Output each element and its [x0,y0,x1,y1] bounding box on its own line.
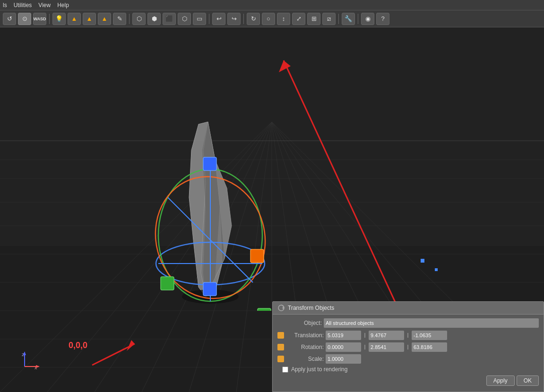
svg-rect-42 [203,157,216,170]
rotation-row: Rotation: [277,342,539,352]
sep5 [338,14,339,24]
select1-btn[interactable]: ⬡ [132,13,146,25]
triangle2-btn[interactable]: ▲ [83,13,96,25]
scale-label: Scale: [286,356,324,362]
rotation-x-input[interactable] [326,342,361,352]
origin-label: 0,0,0 [69,341,87,350]
sep2 [129,14,130,24]
scale-x-input[interactable] [326,354,361,364]
undo-btn[interactable]: ↩ [212,13,225,25]
move-btn[interactable]: ↕ [277,13,290,25]
ref-point-2 [435,268,438,271]
svg-rect-46 [250,249,264,263]
ok-button[interactable]: OK [517,375,539,386]
translation-z-input[interactable] [412,331,447,340]
menu-item-view[interactable]: View [38,2,51,9]
svg-rect-45 [258,308,271,311]
rotation-icon [277,344,284,350]
refresh-btn[interactable]: ↺ [3,13,16,25]
axis-indicator [20,348,43,371]
redo-btn[interactable]: ↪ [227,13,241,25]
viewport[interactable]: z x 0,0,0 Transform Objects Object: [0,27,544,392]
mask-btn[interactable]: ◉ [361,13,374,25]
sep-rx-ry [363,344,367,350]
scale-icon [277,356,284,362]
menu-item-help[interactable]: Help [57,2,69,9]
ref-point-1 [421,259,424,263]
panel-title-text: Transform Objects [288,305,334,311]
wrench-btn[interactable]: 🔧 [342,13,355,25]
scale-row: Scale: [277,354,539,364]
transform-btn[interactable]: ⤢ [292,13,305,25]
translation-row: Translation: [277,331,539,340]
sep-ty-tz [406,332,410,339]
checkbox-row: Apply just to rendering [277,366,539,373]
camera-btn[interactable]: ⊙ [18,13,31,25]
circle-btn[interactable]: ○ [262,13,275,25]
panel-title-icon [277,304,285,312]
scale-fields [326,354,361,364]
menu-item-ls[interactable]: ls [3,2,7,9]
sep4 [243,14,244,24]
menubar: ls Utilities View Help [0,0,544,10]
rect-btn[interactable]: ▭ [193,13,206,25]
svg-marker-49 [23,351,26,355]
svg-marker-51 [36,365,40,368]
apply-rendering-label: Apply just to rendering [291,366,347,373]
sep1 [49,14,50,24]
transform-panel: Transform Objects Object: Translation: [272,301,544,392]
rotation-fields [326,342,447,352]
rotate-btn[interactable]: ↻ [247,13,260,25]
3d-object [132,112,293,311]
rotation-y-input[interactable] [369,342,404,352]
pen-btn[interactable]: ✎ [113,13,126,25]
object-input[interactable] [324,318,539,328]
toolbar: ↺ ⊙ WASD 💡 ▲ ▲ ▲ ✎ ⬡ ⬢ ⬛ ⬡ ▭ ↩ ↪ ↻ ○ ↕ ⤢… [0,10,544,27]
sep-tx-ty [363,332,367,339]
translation-y-input[interactable] [369,331,404,340]
wasd-btn[interactable]: WASD [33,13,46,25]
sep6 [358,14,358,24]
translation-icon [277,332,284,339]
rotation-z-input[interactable] [412,342,447,352]
cube-btn[interactable]: ⬛ [163,13,176,25]
sep3 [209,14,209,24]
object-row: Object: [277,318,539,328]
apply-button[interactable]: Apply [486,375,515,386]
translation-label: Translation: [286,332,324,339]
mesh-btn[interactable]: ⧄ [322,13,336,25]
sep-ry-rz [406,344,410,350]
snap-btn[interactable]: ⊞ [307,13,320,25]
triangle1-btn[interactable]: ▲ [68,13,81,25]
triangle3-btn[interactable]: ▲ [98,13,111,25]
object-label: Object: [277,320,322,326]
panel-title: Transform Objects [273,302,544,315]
svg-rect-43 [203,282,216,296]
translation-x-input[interactable] [326,331,361,340]
help-btn[interactable]: ? [376,13,389,25]
sphere-btn[interactable]: ⬡ [178,13,191,25]
apply-rendering-checkbox[interactable] [282,366,288,373]
svg-rect-44 [161,277,174,290]
menu-item-utilities[interactable]: Utilities [14,2,32,9]
select2-btn[interactable]: ⬢ [147,13,161,25]
dialog-buttons: Apply OK [277,375,539,388]
translation-fields [326,331,447,340]
rotation-label: Rotation: [286,344,324,350]
light-btn[interactable]: 💡 [52,13,66,25]
